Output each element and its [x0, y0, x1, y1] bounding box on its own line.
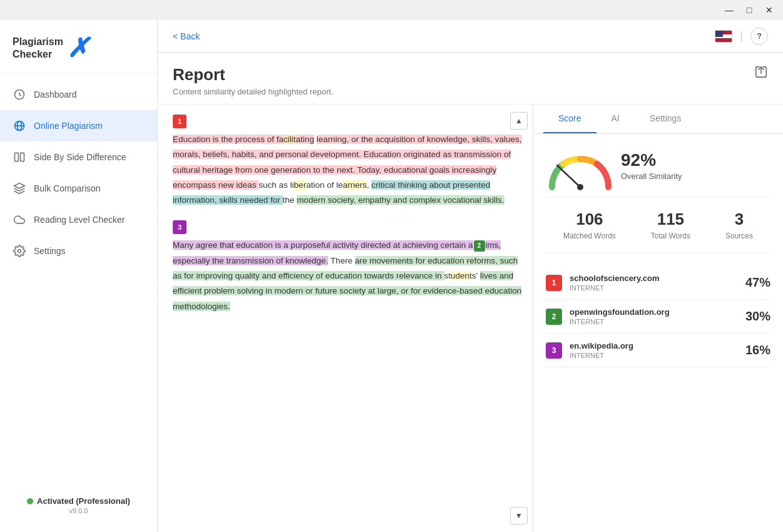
source-pct-3: 16%	[745, 343, 770, 357]
source-item-1[interactable]: 1 schoolofsciencery.com INTERNET 47%	[546, 266, 770, 300]
sidebar-item-label: Online Plagiarism	[34, 121, 103, 131]
source-item-2[interactable]: 2 openwingsfoundation.org INTERNET 30%	[546, 300, 770, 334]
sources-label: Sources	[725, 232, 753, 240]
language-flag[interactable]	[715, 30, 732, 43]
logo-x-mark: ✗	[67, 33, 89, 63]
scroll-up-button[interactable]: ▲	[510, 112, 528, 130]
source-type-3: INTERNET	[570, 352, 738, 359]
source-badge-3: 3	[546, 342, 562, 359]
globe-icon	[13, 119, 26, 133]
gear-icon	[13, 244, 26, 258]
matched-words-number: 106	[563, 210, 616, 229]
sidebar-item-dashboard[interactable]: Dashboard	[0, 79, 157, 110]
source-pct-1: 47%	[745, 275, 770, 290]
scroll-down-button[interactable]: ▼	[510, 507, 528, 524]
similarity-gauge	[546, 146, 608, 184]
cloud-icon	[13, 213, 26, 227]
minimize-button[interactable]: —	[720, 4, 738, 16]
total-words-stat: 115 Total Words	[651, 210, 690, 240]
total-words-number: 115	[651, 210, 690, 229]
svg-line-9	[557, 165, 580, 187]
export-button[interactable]	[754, 65, 768, 82]
svg-rect-4	[15, 153, 19, 161]
source-info-1: schoolofsciencery.com INTERNET	[570, 274, 738, 292]
highlighted-text: Education is the process of fa	[173, 135, 284, 144]
source-domain-1: schoolofsciencery.com	[570, 274, 738, 283]
top-bar-right: | ?	[715, 28, 768, 45]
para-text-1: Education is the process of facilitating…	[173, 132, 523, 208]
source-item-3[interactable]: 3 en.wikipedia.org INTERNET 16%	[546, 334, 770, 367]
back-button[interactable]: < Back	[173, 31, 200, 41]
highlighted-text: Many agree that education is a purposefu…	[173, 240, 473, 250]
app-name-1: Plagiarism	[13, 36, 63, 47]
report-header: Report Content similarity detailed highl…	[158, 53, 783, 105]
svg-rect-5	[21, 153, 24, 161]
plain-text: the	[283, 195, 297, 205]
sidebar-item-online-plagiarism[interactable]: Online Plagiarism	[0, 110, 157, 141]
overall-score: 92%	[621, 150, 682, 170]
overall-label: Overall Similarity	[621, 171, 682, 181]
app-body: Plagiarism Checker ✗ Dashboard Online Pl…	[0, 20, 783, 532]
status-dot	[27, 498, 33, 504]
paragraph-1: 1 Education is the process of facilitati…	[173, 115, 523, 208]
app-logo: Plagiarism Checker ✗	[13, 33, 145, 63]
report-title-block: Report Content similarity detailed highl…	[173, 65, 334, 96]
source-pct-2: 30%	[745, 309, 770, 324]
sidebar-item-label: Reading Level Checker	[34, 215, 125, 225]
title-bar: — □ ✕	[0, 0, 783, 20]
source-info-3: en.wikipedia.org INTERNET	[570, 341, 738, 359]
source-domain-3: en.wikipedia.org	[570, 341, 738, 350]
paragraph-3: 3 Many agree that education is a purpose…	[173, 220, 523, 314]
text-scroll[interactable]: 1 Education is the process of facilitati…	[173, 105, 533, 532]
plain-text: s'	[472, 271, 478, 280]
version-label: v9.0.0	[69, 507, 88, 514]
logo-text-block: Plagiarism Checker	[13, 36, 63, 59]
logo-area: Plagiarism Checker ✗	[0, 20, 157, 74]
sidebar-item-label: Side By Side Difference	[34, 152, 126, 162]
separator: |	[740, 29, 743, 43]
highlighted-text: arners	[343, 180, 367, 190]
sidebar-item-side-by-side[interactable]: Side By Side Difference	[0, 141, 157, 173]
sidebar-item-bulk-comparison[interactable]: Bulk Comparison	[0, 173, 157, 204]
sources-number: 3	[725, 210, 753, 229]
activation-status: Activated (Professional)	[27, 496, 130, 506]
source-type-2: INTERNET	[570, 318, 738, 325]
sidebar-item-label: Dashboard	[34, 90, 77, 100]
layers-icon	[13, 182, 26, 195]
help-button[interactable]: ?	[750, 28, 768, 45]
source-badge-1: 1	[546, 275, 562, 291]
highlighted-text: udent	[451, 271, 472, 280]
para-num-1: 1	[173, 115, 187, 128]
para-num-3: 3	[173, 220, 187, 234]
source-badge-2: 2	[474, 240, 485, 252]
tab-settings[interactable]: Settings	[635, 105, 697, 133]
status-area: Activated (Professional) v9.0.0	[0, 489, 157, 522]
sidebar-item-label: Settings	[34, 246, 66, 256]
highlighted-text: cilit	[284, 135, 296, 144]
plain-text: such as li	[258, 180, 294, 190]
highlighted-text: ating	[296, 135, 314, 144]
source-type-1: INTERNET	[570, 284, 738, 292]
tab-score[interactable]: Score	[543, 105, 596, 133]
report-title: Report	[173, 65, 334, 84]
plain-text: st	[444, 271, 451, 280]
close-button[interactable]: ✕	[760, 4, 778, 16]
text-panel: ▲ 1 Education is the process of facilita…	[158, 105, 533, 532]
sources-list: 1 schoolofsciencery.com INTERNET 47% 2 o	[546, 266, 770, 367]
sidebar-item-reading-level[interactable]: Reading Level Checker	[0, 204, 157, 235]
stats-row: 106 Matched Words 115 Total Words 3 Sour…	[546, 210, 770, 253]
report-subtitle: Content similarity detailed highlighted …	[173, 87, 334, 96]
source-domain-2: openwingsfoundation.org	[570, 307, 738, 317]
para-text-3: Many agree that education is a purposefu…	[173, 238, 523, 314]
total-words-label: Total Words	[651, 232, 690, 240]
top-bar: < Back | ?	[158, 20, 783, 53]
highlighted-text: ber	[294, 180, 307, 190]
maximize-button[interactable]: □	[740, 4, 758, 16]
svg-point-10	[577, 184, 583, 190]
app-name-2: Checker	[13, 49, 52, 59]
sidebar-item-settings[interactable]: Settings	[0, 235, 157, 267]
sources-stat: 3 Sources	[725, 210, 753, 240]
columns-icon	[13, 150, 26, 164]
tab-ai[interactable]: AI	[596, 105, 635, 133]
overall-score-block: 92% Overall Similarity	[621, 150, 682, 181]
